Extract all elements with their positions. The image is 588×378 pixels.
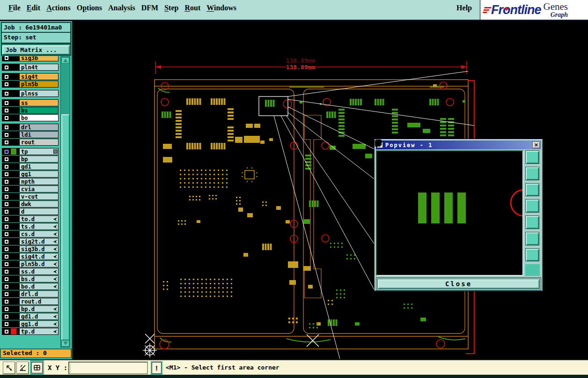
layer-row-ss[interactable]: ss (2, 99, 60, 106)
layer-label-drl.d[interactable]: drl.d (19, 290, 59, 297)
layer-row-rout.d[interactable]: rout.d (2, 298, 60, 305)
layer-checkbox-gg1.d[interactable] (4, 321, 9, 327)
menu-analysis[interactable]: Analysis (108, 4, 135, 20)
layer-label-gd1[interactable]: gd1 (19, 163, 59, 170)
layer-row-cs.d[interactable]: cs.d (2, 230, 60, 237)
scroll-up-icon[interactable] (61, 57, 69, 64)
layer-label-plnss[interactable]: plnss (19, 90, 59, 97)
layer-row-plnss[interactable]: plnss (2, 90, 60, 97)
layer-checkbox-cs.d[interactable] (4, 231, 9, 237)
layer-checkbox-drl[interactable] (4, 125, 9, 130)
layer-checkbox-dwk[interactable] (4, 201, 9, 207)
layer-label-dwk[interactable]: dwk (19, 200, 59, 208)
layer-label-bp.d[interactable]: bp.d (19, 305, 59, 312)
layer-label-cs.d[interactable]: cs.d (19, 230, 59, 237)
layer-label-ss[interactable]: ss (19, 99, 59, 106)
menu-actions[interactable]: Actions (46, 4, 71, 20)
layer-row-sig2t.d[interactable]: sig2t.d (2, 238, 60, 245)
layer-label-gd1.d[interactable]: gd1.d (19, 313, 59, 320)
layer-label-sig3b.d[interactable]: sig3b.d (19, 245, 59, 252)
layer-row-bs.d[interactable]: bs.d (2, 275, 60, 282)
layer-row-drl.d[interactable]: drl.d (2, 290, 60, 297)
layer-row-gd1.d[interactable]: gd1.d (2, 313, 60, 320)
layer-checkbox-ldi[interactable] (4, 132, 9, 138)
layer-row-gg1[interactable]: gg1 (2, 170, 60, 178)
popview-close-icon[interactable]: ✕ (532, 141, 540, 148)
layer-row-v-cut[interactable]: v-cut (2, 193, 60, 200)
menu-dfm[interactable]: DFM (141, 4, 158, 20)
pan-right-button[interactable] (525, 215, 539, 229)
layer-row-pln5b[interactable]: pln5b (2, 81, 60, 88)
layer-label-rout.d[interactable]: rout.d (19, 298, 59, 305)
layer-row-cvia[interactable]: cvia (2, 185, 60, 193)
layer-checkbox-pln4t[interactable] (4, 65, 9, 70)
layer-label-ss.d[interactable]: ss.d (19, 268, 59, 275)
scroll-down-icon[interactable] (61, 340, 69, 347)
duplicate-view-button[interactable] (525, 150, 539, 164)
layer-row-tp[interactable]: tp (2, 148, 60, 155)
layer-label-gg1[interactable]: gg1 (19, 170, 59, 178)
layer-row-dwk[interactable]: dwk (2, 200, 60, 208)
layer-checkbox-d[interactable] (4, 209, 9, 215)
layer-checkbox-gg1[interactable] (4, 171, 9, 177)
popview-titlebar[interactable]: Popview - 1 ✕ (376, 141, 541, 149)
layer-checkbox-tp[interactable] (4, 149, 9, 155)
layer-checkbox-ss[interactable] (4, 100, 9, 106)
layer-row-gg1.d[interactable]: gg1.d (2, 320, 60, 327)
measure-distance-button[interactable] (3, 362, 15, 374)
layer-label-bs.d[interactable]: bs.d (19, 275, 59, 282)
pan-left-button[interactable] (525, 199, 539, 213)
menu-step[interactable]: Step (164, 4, 178, 20)
layer-label-tp.d[interactable]: tp.d (19, 328, 59, 335)
layer-checkbox-ss.d[interactable] (4, 269, 9, 274)
layer-checkbox-ts.d[interactable] (4, 224, 9, 230)
layer-label-tp[interactable]: tp (19, 148, 59, 155)
layer-label-npth[interactable]: npth (19, 178, 59, 185)
layer-row-rout[interactable]: rout (2, 139, 60, 146)
layer-label-bo[interactable]: bo (19, 114, 59, 121)
layer-row-sig3b[interactable]: sig3b (2, 56, 60, 61)
pan-up-button[interactable] (525, 167, 539, 180)
layer-row-gd1[interactable]: gd1 (2, 163, 60, 170)
layer-checkbox-bo.d[interactable] (4, 284, 9, 289)
measure-angle-button[interactable] (16, 362, 29, 374)
menu-help[interactable]: Help (456, 0, 479, 20)
layer-row-sig3b.d[interactable]: sig3b.d (2, 245, 60, 252)
layer-row-ss.d[interactable]: ss.d (2, 268, 60, 275)
layer-row-tp.d[interactable]: tp.d (2, 328, 60, 335)
layer-label-bp[interactable]: bp (19, 156, 59, 163)
menu-file[interactable]: File (8, 4, 21, 20)
layer-label-cvia[interactable]: cvia (19, 185, 59, 193)
layer-checkbox-gd1.d[interactable] (4, 314, 9, 319)
layer-row-bs[interactable]: bs (2, 107, 60, 114)
menu-rout[interactable]: Rout (184, 4, 200, 20)
layer-row-bp[interactable]: bp (2, 156, 60, 163)
layer-checkbox-pln5b.d[interactable] (4, 261, 9, 267)
layer-checkbox-bp.d[interactable] (4, 306, 9, 312)
layer-checkbox-npth[interactable] (4, 179, 9, 185)
layer-checkbox-v-cut[interactable] (4, 194, 9, 200)
layer-label-sig2t.d[interactable]: sig2t.d (19, 238, 59, 245)
layer-label-gg1.d[interactable]: gg1.d (19, 320, 59, 327)
layer-row-sig4t.d[interactable]: sig4t.d (2, 253, 60, 260)
layer-checkbox-sig3b[interactable] (4, 56, 9, 61)
layer-checkbox-gd1[interactable] (4, 164, 9, 170)
grid-snap-button[interactable] (30, 360, 44, 375)
layer-label-ts.d[interactable]: ts.d (19, 223, 59, 230)
layer-label-sig3b[interactable]: sig3b (19, 56, 59, 61)
layer-checkbox-sig4t.d[interactable] (4, 254, 9, 259)
menu-windows[interactable]: Windows (206, 4, 236, 20)
command-bang-button[interactable]: ! (151, 361, 162, 375)
layer-checkbox-to.d[interactable] (4, 216, 9, 222)
layer-row-npth[interactable]: npth (2, 178, 60, 185)
layer-label-sig4t.d[interactable]: sig4t.d (19, 253, 59, 260)
layer-checkbox-bs.d[interactable] (4, 276, 9, 282)
layer-checkbox-rout[interactable] (4, 140, 9, 145)
layer-checkbox-plnss[interactable] (4, 91, 9, 96)
layer-row-pln4t[interactable]: pln4t (2, 64, 60, 71)
menu-edit[interactable]: Edit (27, 4, 40, 20)
layer-label-sig4t[interactable]: sig4t (19, 73, 59, 80)
pan-down-button[interactable] (525, 183, 539, 197)
zoom-in-fit-button[interactable] (525, 232, 539, 245)
layer-label-bs[interactable]: bs (19, 107, 59, 114)
